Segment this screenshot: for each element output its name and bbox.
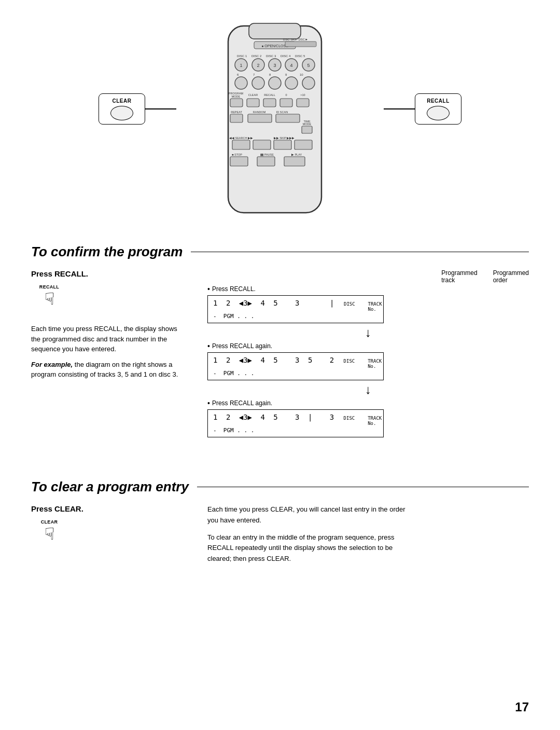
clear-content: Press CLEAR. CLEAR ☟ Each time you press… bbox=[31, 504, 529, 571]
press-recall-3-text: Press RECALL again. bbox=[212, 400, 272, 407]
svg-text:■ STOP: ■ STOP bbox=[232, 153, 242, 156]
svg-rect-50 bbox=[302, 126, 312, 133]
svg-point-30 bbox=[302, 77, 315, 89]
remote-diagram-section: CLEAR ● OPEN/CLOSE DSC SKIP DSC► DISC 1 bbox=[0, 0, 560, 233]
clear-text-1: Each time you press CLEAR, you will canc… bbox=[207, 504, 415, 526]
display-row-3-top: 1 2 ◀3▶ 4 5 3 | 3 DISC TRACK No. bbox=[213, 413, 378, 426]
svg-text:MODE: MODE bbox=[232, 95, 241, 98]
page-number: 17 bbox=[515, 700, 529, 714]
clear-title-text: To clear a program entry bbox=[31, 479, 189, 495]
recall-callout-box: RECALL bbox=[415, 93, 461, 125]
confirm-press-label: Press RECALL. bbox=[31, 269, 187, 278]
confirm-recall-mini-label: RECALL bbox=[39, 284, 59, 290]
bullet-2: • bbox=[207, 342, 210, 350]
svg-text:◀◀ SEARCH ▶▶: ◀◀ SEARCH ▶▶ bbox=[229, 136, 253, 140]
svg-rect-40 bbox=[280, 99, 292, 107]
confirm-content: Press RECALL. RECALL ☟ Each time you pre… bbox=[31, 269, 529, 437]
svg-text:MODE: MODE bbox=[303, 122, 312, 126]
confirm-section: To confirm the program Press RECALL. REC… bbox=[0, 233, 560, 448]
confirm-desc-text: Each time you press RECALL, the display … bbox=[31, 324, 181, 354]
svg-text:1: 1 bbox=[240, 63, 242, 68]
svg-point-29 bbox=[285, 77, 298, 89]
confirm-recall-icon: RECALL ☟ bbox=[31, 282, 67, 319]
svg-rect-41 bbox=[297, 99, 309, 107]
confirm-right-col: Programmedtrack Programmedorder • Press … bbox=[207, 269, 529, 437]
confirm-title-line bbox=[191, 252, 529, 252]
display-row-2-bot: - PGM . . . bbox=[213, 370, 378, 377]
svg-rect-39 bbox=[263, 99, 276, 107]
display-row-1-bot: - PGM . . . bbox=[213, 313, 378, 320]
bullet-1: • bbox=[207, 285, 210, 293]
clear-press-label: Press CLEAR. bbox=[31, 504, 187, 513]
remote-body: ● OPEN/CLOSE DSC SKIP DSC► DISC 1 DISC 2… bbox=[218, 21, 342, 218]
svg-text:ID SCAN: ID SCAN bbox=[276, 111, 288, 114]
svg-text:5: 5 bbox=[307, 63, 310, 68]
svg-text:RECALL: RECALL bbox=[264, 93, 275, 97]
svg-rect-5 bbox=[285, 42, 316, 47]
clear-left-col: Press CLEAR. CLEAR ☟ bbox=[31, 504, 187, 559]
clear-right-text: Each time you press CLEAR, you will canc… bbox=[207, 504, 415, 564]
recall-callout: RECALL bbox=[384, 93, 461, 125]
confirm-example-text: For example, the diagram on the right sh… bbox=[31, 360, 181, 380]
clear-callout-line bbox=[145, 108, 176, 109]
svg-rect-45 bbox=[230, 114, 243, 122]
svg-text:▶ PLAY: ▶ PLAY bbox=[291, 153, 302, 156]
programmed-order-label: Programmedorder bbox=[493, 269, 529, 284]
programmed-track-label: Programmedtrack bbox=[441, 269, 477, 284]
svg-text:3: 3 bbox=[273, 63, 276, 68]
clear-icon-box: CLEAR ☟ bbox=[31, 517, 67, 554]
clear-callout: CLEAR bbox=[99, 93, 176, 125]
clear-right-col: Each time you press CLEAR, you will canc… bbox=[207, 504, 529, 571]
svg-rect-1 bbox=[249, 23, 301, 39]
svg-text:RANDOM: RANDOM bbox=[253, 111, 266, 114]
clear-mini-label: CLEAR bbox=[41, 519, 58, 525]
svg-point-28 bbox=[269, 77, 281, 89]
recall-hand-icon: ☟ bbox=[45, 291, 54, 307]
svg-text:DISC 2: DISC 2 bbox=[251, 54, 262, 58]
svg-rect-54 bbox=[253, 140, 271, 149]
display-panel-1: 1 2 ◀3▶ 4 5 3 | DISC TRACK No. - PGM . .… bbox=[207, 295, 384, 323]
svg-text:● OPEN/CLOSE: ● OPEN/CLOSE bbox=[261, 44, 288, 48]
confirm-section-title: To confirm the program bbox=[31, 244, 529, 260]
display-panel-3: 1 2 ◀3▶ 4 5 3 | 3 DISC TRACK No. - PGM .… bbox=[207, 409, 384, 437]
svg-text:DSC SKIP DSC►: DSC SKIP DSC► bbox=[283, 38, 308, 41]
svg-rect-37 bbox=[230, 99, 243, 107]
svg-rect-62 bbox=[284, 157, 305, 166]
clear-text-2: To clear an entry in the middle of the p… bbox=[207, 532, 415, 564]
recall-callout-label: RECALL bbox=[427, 98, 450, 104]
bullet-3: • bbox=[207, 399, 210, 407]
arrow-down-2: ↓ bbox=[207, 382, 529, 397]
svg-point-27 bbox=[252, 77, 264, 89]
svg-rect-61 bbox=[257, 157, 275, 166]
recall-callout-button-oval bbox=[427, 106, 450, 120]
recall-callout-line bbox=[384, 108, 415, 109]
svg-rect-38 bbox=[247, 99, 259, 107]
svg-rect-60 bbox=[230, 157, 248, 166]
confirm-title-text: To confirm the program bbox=[31, 244, 183, 260]
arrow-down-1: ↓ bbox=[207, 325, 529, 340]
press-recall-3-label: • Press RECALL again. bbox=[207, 399, 529, 407]
clear-section-title: To clear a program entry bbox=[31, 479, 529, 495]
svg-rect-46 bbox=[248, 114, 272, 122]
svg-text:▶▶ SKIP ▶▶▶: ▶▶ SKIP ▶▶▶ bbox=[274, 136, 295, 140]
svg-text:>10: >10 bbox=[300, 93, 305, 97]
example-strong: For example, bbox=[31, 361, 73, 368]
svg-text:CLEAR: CLEAR bbox=[248, 93, 258, 97]
press-recall-1-text: Press RECALL. bbox=[212, 285, 256, 293]
remote-svg: ● OPEN/CLOSE DSC SKIP DSC► DISC 1 DISC 2… bbox=[218, 21, 332, 218]
svg-rect-47 bbox=[276, 114, 300, 122]
press-recall-1-label: • Press RECALL. bbox=[207, 285, 529, 293]
svg-text:▮▮ PAUSE: ▮▮ PAUSE bbox=[260, 153, 274, 156]
svg-text:2: 2 bbox=[257, 63, 259, 68]
clear-callout-box: CLEAR bbox=[99, 93, 145, 125]
remote-container: CLEAR ● OPEN/CLOSE DSC SKIP DSC► DISC 1 bbox=[99, 21, 461, 218]
clear-callout-label: CLEAR bbox=[113, 98, 132, 104]
clear-callout-button-oval bbox=[110, 106, 133, 120]
press-recall-2-text: Press RECALL again. bbox=[212, 342, 272, 350]
svg-rect-55 bbox=[274, 140, 291, 149]
press-recall-2-label: • Press RECALL again. bbox=[207, 342, 529, 350]
svg-text:4: 4 bbox=[290, 63, 292, 68]
clear-hand-icon: ☟ bbox=[45, 526, 54, 542]
programmed-labels: Programmedtrack Programmedorder bbox=[207, 269, 529, 284]
svg-text:DISC 4: DISC 4 bbox=[281, 54, 291, 58]
